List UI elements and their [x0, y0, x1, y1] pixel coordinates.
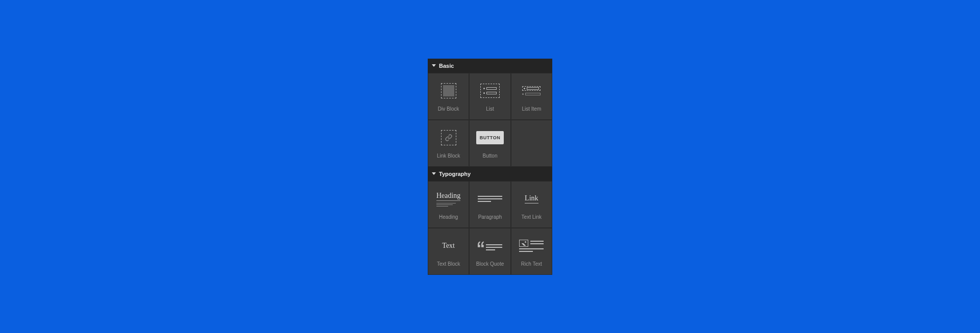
element-link-block[interactable]: Link Block: [428, 120, 469, 167]
tile-label: List Item: [522, 106, 541, 112]
text-block-icon: Text: [433, 236, 464, 256]
heading-icon: Heading: [433, 189, 464, 209]
tile-label: Block Quote: [476, 261, 504, 267]
element-rich-text[interactable]: Rich Text: [511, 228, 552, 275]
tile-label: Div Block: [438, 106, 459, 112]
element-button[interactable]: BUTTON Button: [469, 120, 510, 167]
link-block-icon: [433, 127, 464, 148]
section-header-typography[interactable]: Typography: [428, 167, 552, 181]
element-text-link[interactable]: Link Text Link: [511, 181, 552, 228]
list-icon: [475, 81, 505, 101]
chevron-down-icon: [432, 172, 436, 175]
rich-text-icon: [516, 236, 547, 256]
list-item-icon: [516, 81, 547, 101]
elements-panel: Basic Div Block List: [428, 59, 552, 275]
typography-grid: Heading Heading Paragraph Link Text Link…: [428, 181, 552, 275]
tile-label: List: [486, 106, 494, 112]
block-quote-icon: [475, 236, 505, 256]
empty-tile: [511, 120, 552, 167]
paragraph-icon: [475, 189, 505, 209]
tile-label: Text Block: [437, 261, 460, 267]
element-list-item[interactable]: List Item: [511, 73, 552, 120]
tile-label: Heading: [439, 214, 458, 220]
basic-grid: Div Block List List Item: [428, 73, 552, 167]
tile-label: Paragraph: [478, 214, 502, 220]
tile-label: Link Block: [437, 153, 460, 159]
element-list[interactable]: List: [469, 73, 510, 120]
element-heading[interactable]: Heading Heading: [428, 181, 469, 228]
tile-label: Text Link: [522, 214, 542, 220]
element-block-quote[interactable]: Block Quote: [469, 228, 510, 275]
element-paragraph[interactable]: Paragraph: [469, 181, 510, 228]
section-title: Basic: [439, 63, 454, 69]
button-icon: BUTTON: [475, 127, 505, 148]
element-div-block[interactable]: Div Block: [428, 73, 469, 120]
text-link-icon: Link: [516, 189, 547, 209]
chevron-down-icon: [432, 64, 436, 67]
element-text-block[interactable]: Text Text Block: [428, 228, 469, 275]
div-block-icon: [433, 81, 464, 101]
tile-label: Button: [483, 153, 498, 159]
section-title: Typography: [439, 171, 471, 177]
tile-label: Rich Text: [521, 261, 542, 267]
section-header-basic[interactable]: Basic: [428, 59, 552, 73]
